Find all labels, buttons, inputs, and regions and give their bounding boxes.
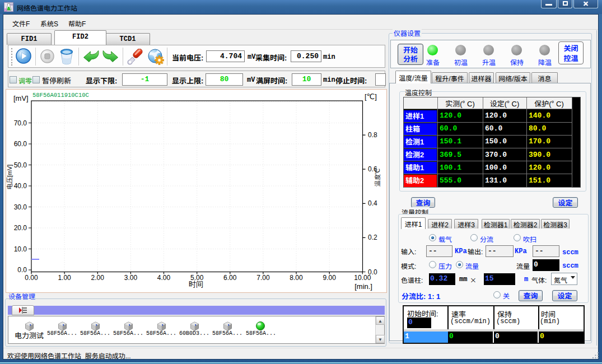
svg-text:时间: 时间: [189, 280, 203, 288]
svg-text:0.00: 0.00: [25, 274, 38, 282]
svg-text:10.00: 10.00: [354, 274, 371, 282]
svg-text:7.00: 7.00: [256, 274, 270, 282]
svg-text:10.0: 10.0: [14, 245, 27, 253]
svg-text:[mV]: [mV]: [13, 94, 29, 102]
svg-text:温度℃: 温度℃: [374, 169, 381, 186]
svg-text:50.0: 50.0: [14, 161, 27, 169]
svg-text:0.0: 0.0: [17, 266, 27, 274]
svg-text:30.0: 30.0: [14, 203, 27, 211]
svg-text:40.0: 40.0: [14, 182, 27, 190]
svg-text:20.0: 20.0: [14, 224, 27, 232]
svg-text:0.4: 0.4: [368, 199, 377, 207]
svg-text:6.00: 6.00: [223, 274, 237, 282]
svg-text:1.00: 1.00: [58, 274, 71, 282]
svg-text:0.2: 0.2: [368, 234, 377, 241]
svg-text:9.00: 9.00: [323, 274, 337, 282]
svg-text:电压[mV]: 电压[mV]: [6, 165, 13, 190]
svg-text:0.8: 0.8: [368, 131, 377, 139]
svg-text:2.00: 2.00: [91, 274, 105, 282]
svg-text:[min.]: [min.]: [354, 282, 372, 291]
svg-text:60.0: 60.0: [14, 140, 27, 148]
svg-text:3.00: 3.00: [124, 274, 138, 282]
svg-text:[℃]: [℃]: [365, 92, 377, 101]
svg-text:70.0: 70.0: [14, 119, 27, 127]
svg-text:4.00: 4.00: [157, 274, 171, 282]
svg-text:58F56A011910C10C: 58F56A011910C10C: [32, 92, 89, 99]
svg-text:8.00: 8.00: [290, 274, 303, 282]
